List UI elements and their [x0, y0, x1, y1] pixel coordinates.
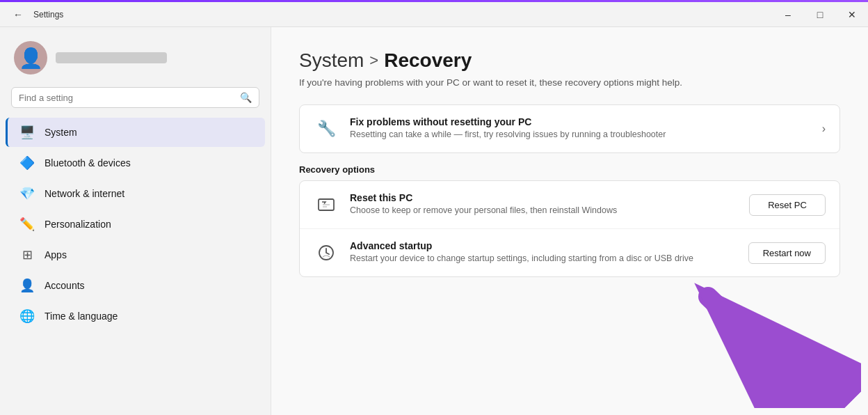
- content-area: System > Recovery If you're having probl…: [271, 27, 868, 415]
- back-button[interactable]: ←: [8, 5, 28, 24]
- advanced-startup-text: Advanced startup Restart your device to …: [350, 240, 737, 265]
- sidebar-item-network[interactable]: 💎 Network & internet: [6, 179, 265, 208]
- personalization-icon: ✏️: [19, 217, 35, 232]
- search-icon: 🔍: [240, 92, 252, 103]
- startup-icon: [314, 240, 339, 265]
- accounts-icon: 👤: [19, 278, 35, 293]
- sidebar: 👤 🔍 🖥️ System 🔷 Bluetooth & devices 💎 Ne…: [0, 27, 271, 415]
- breadcrumb-current: Recovery: [384, 49, 472, 72]
- advanced-startup-row: Advanced startup Restart your device to …: [300, 229, 839, 276]
- restart-now-button[interactable]: Restart now: [748, 242, 826, 264]
- fix-desc: Resetting can take a while — first, try …: [350, 129, 811, 141]
- window-title: Settings: [33, 10, 63, 19]
- advanced-startup-desc: Restart your device to change startup se…: [350, 253, 737, 265]
- sidebar-item-label: System: [45, 127, 77, 138]
- sidebar-item-label: Apps: [45, 249, 67, 260]
- fix-icon: 🔧: [314, 116, 339, 141]
- app-body: 👤 🔍 🖥️ System 🔷 Bluetooth & devices 💎 Ne…: [0, 27, 868, 415]
- chevron-right-icon: ›: [822, 123, 826, 135]
- apps-icon: ⊞: [19, 247, 35, 263]
- sidebar-item-label: Accounts: [45, 280, 85, 291]
- fix-problems-row[interactable]: 🔧 Fix problems without resetting your PC…: [300, 105, 839, 152]
- page-subtitle: If you're having problems with your PC o…: [299, 77, 840, 88]
- reset-pc-text: Reset this PC Choose to keep or remove y…: [350, 192, 738, 217]
- fix-title: Fix problems without resetting your PC: [350, 116, 811, 127]
- recovery-options-label: Recovery options: [299, 164, 840, 175]
- breadcrumb-parent: System: [299, 49, 364, 72]
- avatar: 👤: [14, 41, 47, 75]
- user-name: [56, 52, 167, 63]
- reset-pc-title: Reset this PC: [350, 192, 738, 203]
- fix-chevron[interactable]: ›: [822, 123, 826, 135]
- bluetooth-icon: 🔷: [19, 155, 35, 171]
- network-icon: 💎: [19, 186, 35, 201]
- fix-text: Fix problems without resetting your PC R…: [350, 116, 811, 141]
- reset-pc-button[interactable]: Reset PC: [749, 194, 826, 216]
- breadcrumb: System > Recovery: [299, 49, 840, 72]
- close-button[interactable]: ✕: [836, 2, 868, 27]
- sidebar-item-time[interactable]: 🌐 Time & language: [6, 302, 265, 331]
- sidebar-item-label: Bluetooth & devices: [45, 157, 131, 169]
- search-input[interactable]: [19, 93, 234, 103]
- advanced-startup-title: Advanced startup: [350, 240, 737, 251]
- time-icon: 🌐: [19, 308, 35, 324]
- window-controls: – □ ✕: [772, 2, 868, 27]
- maximize-button[interactable]: □: [804, 2, 836, 27]
- sidebar-item-label: Network & internet: [45, 188, 124, 199]
- sidebar-item-label: Personalization: [45, 219, 111, 230]
- search-box[interactable]: 🔍: [11, 87, 259, 108]
- reset-icon: [314, 192, 339, 217]
- sidebar-item-personalization[interactable]: ✏️ Personalization: [6, 210, 265, 239]
- fix-problems-card: 🔧 Fix problems without resetting your PC…: [299, 104, 840, 153]
- sidebar-item-label: Time & language: [45, 311, 118, 322]
- breadcrumb-separator: >: [369, 52, 378, 70]
- sidebar-item-apps[interactable]: ⊞ Apps: [6, 240, 265, 269]
- recovery-options-card: Reset this PC Choose to keep or remove y…: [299, 180, 840, 277]
- reset-pc-row: Reset this PC Choose to keep or remove y…: [300, 181, 839, 229]
- sidebar-item-accounts[interactable]: 👤 Accounts: [6, 271, 265, 300]
- reset-pc-desc: Choose to keep or remove your personal f…: [350, 205, 738, 217]
- sidebar-item-system[interactable]: 🖥️ System: [6, 118, 265, 147]
- minimize-button[interactable]: –: [772, 2, 804, 27]
- user-area: 👤: [0, 36, 271, 86]
- sidebar-item-bluetooth[interactable]: 🔷 Bluetooth & devices: [6, 148, 265, 178]
- system-icon: 🖥️: [19, 125, 35, 140]
- titlebar: ← Settings – □ ✕: [0, 2, 868, 27]
